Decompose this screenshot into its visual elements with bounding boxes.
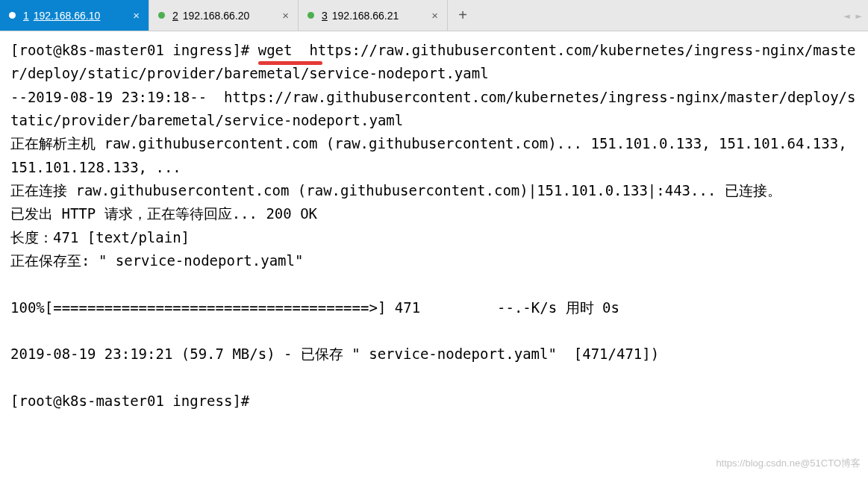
wget-connect-line: 正在连接 raw.githubusercontent.com (raw.gith… (10, 182, 781, 199)
wget-command: wget (258, 39, 293, 62)
status-dot-icon (158, 12, 165, 19)
wget-timestamp-line: --2019-08-19 23:19:18-- https://raw.gith… (10, 89, 855, 128)
close-icon[interactable]: × (125, 9, 140, 22)
status-dot-icon (9, 12, 16, 19)
wget-http-line: 已发出 HTTP 请求，正在等待回应... 200 OK (10, 205, 317, 222)
tab-number: 3 (322, 10, 328, 22)
wget-done-line: 2019-08-19 23:19:21 (59.7 MB/s) - 已保存 " … (10, 346, 659, 362)
shell-prompt: [root@k8s-master01 ingress]# (10, 393, 249, 409)
tab-label: 192.168.66.10 (34, 10, 101, 22)
tab-1[interactable]: 1 192.168.66.10 × (0, 0, 149, 31)
tab-number: 2 (172, 10, 178, 22)
tab-label: 192.168.66.20 (183, 10, 250, 22)
shell-prompt: [root@k8s-master01 ingress]# (10, 42, 258, 58)
wget-saving-line: 正在保存至: " service-nodeport.yaml" (10, 252, 303, 269)
tab-label: 192.168.66.21 (332, 10, 399, 22)
new-tab-button[interactable]: + (448, 0, 478, 31)
wget-resolve-line: 正在解析主机 raw.githubusercontent.com (raw.gi… (10, 135, 855, 175)
tab-3[interactable]: 3 192.168.66.21 × (299, 0, 448, 31)
watermark: https://blog.csdn.ne@51CTO博客 (716, 457, 861, 470)
close-icon[interactable]: × (424, 9, 438, 22)
tab-2[interactable]: 2 192.168.66.20 × (149, 0, 299, 31)
next-tab-icon[interactable]: ► (856, 10, 862, 22)
status-dot-icon (307, 12, 314, 19)
tab-number: 1 (23, 10, 29, 22)
close-icon[interactable]: × (275, 9, 289, 22)
tab-nav-arrows: ◄ ► (843, 10, 868, 22)
plus-icon: + (458, 7, 467, 24)
terminal-output[interactable]: [root@k8s-master01 ingress]# wget https:… (0, 31, 868, 421)
tab-bar: 1 192.168.66.10 × 2 192.168.66.20 × 3 19… (0, 0, 868, 31)
wget-progress-line: 100%[===================================… (10, 299, 619, 316)
prev-tab-icon[interactable]: ◄ (843, 10, 849, 22)
wget-length-line: 长度：471 [text/plain] (10, 229, 190, 246)
